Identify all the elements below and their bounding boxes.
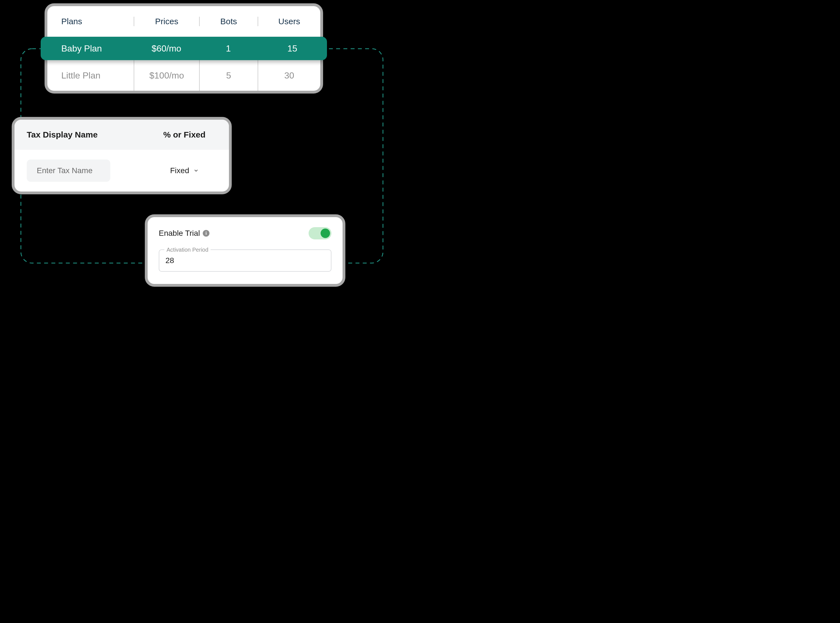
tax-name-input[interactable]: Enter Tax Name <box>27 160 110 182</box>
chevron-down-icon <box>194 168 198 173</box>
tax-card: Tax Display Name % or Fixed Enter Tax Na… <box>12 117 232 194</box>
plan-price: $100/mo <box>134 60 199 91</box>
tax-header: Tax Display Name % or Fixed <box>14 120 229 150</box>
plans-col-header-users: Users <box>258 17 320 26</box>
plan-name: Little Plan <box>47 71 134 81</box>
tax-header-type: % or Fixed <box>140 130 229 140</box>
plan-bots: 1 <box>199 43 258 54</box>
enable-trial-label: Enable Trial <box>159 229 200 238</box>
enable-trial-toggle[interactable] <box>309 227 331 239</box>
plan-users: 15 <box>258 43 327 54</box>
plan-price: $60/mo <box>134 43 199 54</box>
plans-col-header-prices: Prices <box>134 17 199 26</box>
tax-header-name: Tax Display Name <box>14 130 140 140</box>
tax-body: Enter Tax Name Fixed <box>14 150 229 192</box>
plan-row-selected[interactable]: Baby Plan $60/mo 1 15 <box>41 37 327 60</box>
plan-bots: 5 <box>199 60 258 91</box>
tax-type-select[interactable]: Fixed <box>140 166 229 175</box>
plan-name: Baby Plan <box>41 43 134 54</box>
plans-table-header: Plans Prices Bots Users <box>47 6 320 37</box>
trial-top-row: Enable Trial i <box>159 227 331 239</box>
plans-col-header-bots: Bots <box>199 17 258 26</box>
plans-table-card: Plans Prices Bots Users Baby Plan $60/mo… <box>45 3 323 94</box>
trial-card: Enable Trial i Activation Period <box>145 214 345 287</box>
activation-period-label: Activation Period <box>164 247 211 253</box>
info-icon[interactable]: i <box>203 230 209 236</box>
activation-period-field[interactable]: Activation Period <box>159 249 331 272</box>
plan-row[interactable]: Little Plan $100/mo 5 30 <box>47 60 320 91</box>
plan-users: 30 <box>258 60 320 91</box>
toggle-knob <box>321 229 330 238</box>
plans-col-header-plans: Plans <box>47 17 134 26</box>
activation-period-input[interactable] <box>165 256 325 265</box>
tax-type-value: Fixed <box>170 166 189 175</box>
